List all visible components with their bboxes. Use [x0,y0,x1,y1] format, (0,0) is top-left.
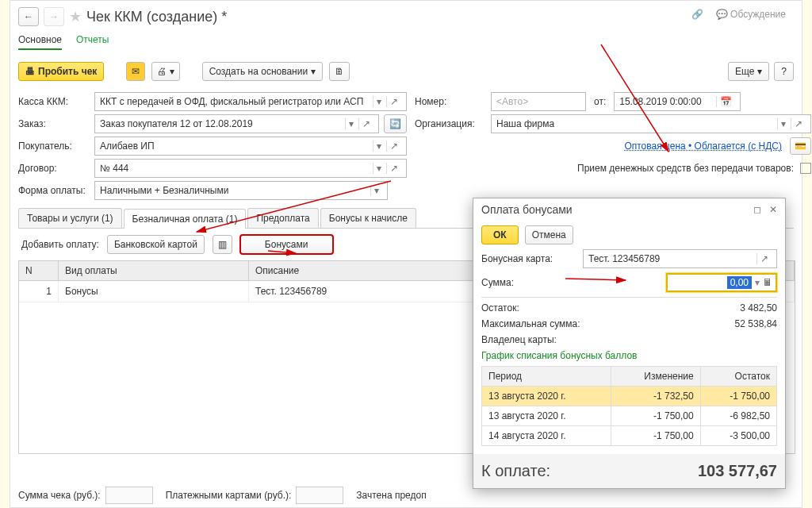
svg-line-2 [268,251,296,253]
svg-line-0 [601,44,668,152]
svg-line-1 [197,181,391,232]
svg-line-3 [565,279,626,280]
